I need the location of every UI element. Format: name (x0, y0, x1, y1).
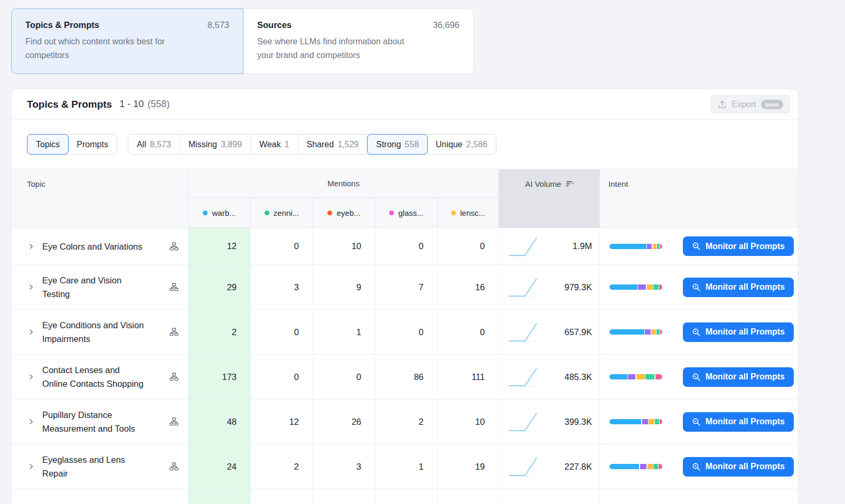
competitor-column-header[interactable]: lensc... (437, 198, 499, 227)
trend-sparkline (508, 455, 539, 478)
column-header-ai-volume[interactable]: AI Volume (499, 169, 599, 198)
sitemap-icon[interactable] (170, 462, 179, 471)
ai-volume-value: 657.9K (565, 327, 592, 337)
card-count: 8,573 (208, 20, 229, 30)
intent-cell: Monitor all Prompts (599, 310, 798, 354)
card-title: Topics & Prompts (25, 20, 99, 30)
expand-chevron-icon[interactable] (27, 243, 35, 250)
mention-count: 1 (313, 310, 375, 354)
card-title: Sources (257, 20, 292, 30)
topic-cell: Eye Conditions and Vision Impairments (12, 310, 188, 354)
column-header-mentions[interactable]: Mentions (188, 169, 499, 198)
mention-count: 3 (250, 265, 313, 309)
monitor-all-prompts-button[interactable]: Monitor all Prompts (683, 457, 794, 477)
card-topics-prompts[interactable]: Topics & Prompts 8,573 Find out which co… (11, 8, 243, 74)
strength-filter-chips: All8,573Missing3,899Weak1Shared1,529Stro… (128, 134, 496, 155)
mention-count: 0 (313, 355, 375, 399)
competitor-column-header[interactable]: eyeb... (313, 198, 375, 227)
filter-label: Strong (376, 139, 401, 150)
expand-chevron-icon[interactable] (27, 418, 35, 425)
expand-chevron-icon[interactable] (27, 463, 35, 470)
table-row: Pupillary Distance Measurement and Tools… (12, 400, 798, 444)
column-header-intent[interactable]: Intent (599, 169, 798, 198)
intent-distribution-bar (609, 374, 662, 379)
sitemap-icon[interactable] (170, 283, 179, 291)
trend-sparkline (508, 235, 539, 258)
mention-count: 24 (188, 444, 250, 489)
sort-descending-icon (566, 180, 574, 187)
competitor-column-header[interactable]: glass... (375, 198, 437, 227)
ai-volume-cell: 485.3K (499, 355, 599, 399)
filter-missing[interactable]: Missing3,899 (180, 135, 251, 154)
competitor-dot (203, 211, 208, 215)
filter-strong[interactable]: Strong558 (367, 134, 428, 155)
export-button[interactable]: Export soon (710, 94, 791, 114)
monitor-all-prompts-button[interactable]: Monitor all Prompts (683, 236, 794, 256)
trend-sparkline (508, 321, 539, 343)
filter-count: 1 (285, 139, 289, 150)
header-spacer (599, 198, 798, 227)
topic-name: Contact Lenses and Online Contacts Shopp… (42, 363, 165, 391)
card-count: 36,696 (433, 20, 459, 30)
mention-count: 0 (437, 310, 499, 354)
filter-unique[interactable]: Unique2,586 (427, 135, 496, 154)
intent-cell: Monitor all Prompts (599, 228, 798, 264)
competitor-column-header[interactable]: warb... (188, 198, 250, 227)
filter-all[interactable]: All8,573 (128, 135, 180, 154)
sitemap-icon[interactable] (170, 417, 179, 426)
mention-count: 12 (188, 228, 250, 264)
filter-label: Missing (189, 139, 217, 150)
monitor-all-prompts-button[interactable]: Monitor all Prompts (683, 367, 794, 387)
monitor-label: Monitor all Prompts (706, 327, 785, 337)
competitor-column-header[interactable]: zenni... (250, 198, 313, 227)
mention-count: 2 (375, 400, 437, 444)
monitor-magnifier-icon (692, 462, 701, 471)
competitor-dot (327, 211, 332, 215)
mention-count: 111 (437, 355, 499, 399)
view-tab-topics[interactable]: Topics (27, 134, 69, 155)
expand-chevron-icon[interactable] (27, 283, 35, 291)
monitor-all-prompts-button[interactable]: Monitor all Prompts (683, 278, 794, 297)
sitemap-icon[interactable] (170, 373, 179, 381)
filter-weak[interactable]: Weak1 (251, 135, 298, 154)
monitor-all-prompts-button[interactable]: Monitor all Prompts (683, 322, 794, 342)
expand-chevron-icon[interactable] (27, 373, 35, 381)
mention-count: 0 (375, 228, 437, 264)
intent-cell: Monitor all Prompts (599, 444, 798, 489)
intent-cell: Monitor all Prompts (599, 400, 798, 444)
sitemap-icon[interactable] (170, 242, 179, 251)
intent-distribution-bar (609, 244, 662, 249)
expand-chevron-icon[interactable] (27, 328, 35, 336)
filter-label: Unique (436, 139, 463, 150)
ai-volume-cell: 979.3K (499, 265, 599, 309)
ai-volume-cell: 399.3K (499, 400, 599, 444)
mention-count: 19 (437, 444, 499, 489)
topic-name: Pupillary Distance Measurement and Tools (42, 408, 165, 435)
header-spacer (499, 198, 599, 227)
table-row: Eye Colors and Variations12010001.9MMoni… (12, 228, 798, 265)
view-tab-prompts[interactable]: Prompts (68, 135, 117, 154)
ai-volume-cell: 227.8K (499, 444, 599, 489)
column-header-topic[interactable]: Topic (12, 169, 188, 198)
mention-count: 7 (375, 265, 437, 309)
soon-badge: soon (761, 100, 783, 109)
monitor-label: Monitor all Prompts (706, 242, 785, 251)
ai-volume-value: 485.3K (565, 372, 592, 382)
filter-count: 8,573 (150, 139, 171, 150)
table-body: Eye Colors and Variations12010001.9MMoni… (12, 228, 798, 489)
ai-volume-value: 399.3K (565, 417, 592, 427)
topic-name: Eye Colors and Variations (42, 240, 165, 253)
monitor-magnifier-icon (692, 283, 701, 292)
result-range: 1 - 10 (119, 99, 144, 110)
monitor-label: Monitor all Prompts (706, 282, 785, 292)
sitemap-icon[interactable] (170, 328, 179, 336)
table-row-partial (12, 489, 798, 504)
mention-count: 0 (437, 228, 499, 264)
filter-shared[interactable]: Shared1,529 (298, 135, 368, 154)
card-sources[interactable]: Sources 36,696 See where LLMs find infor… (243, 8, 474, 74)
ai-volume-value: 979.3K (565, 282, 592, 292)
page: Topics & Prompts 8,573 Find out which co… (0, 0, 845, 504)
monitor-all-prompts-button[interactable]: Monitor all Prompts (683, 412, 794, 432)
ai-volume-value: 1.9M (572, 241, 592, 251)
filter-label: Weak (259, 139, 281, 150)
